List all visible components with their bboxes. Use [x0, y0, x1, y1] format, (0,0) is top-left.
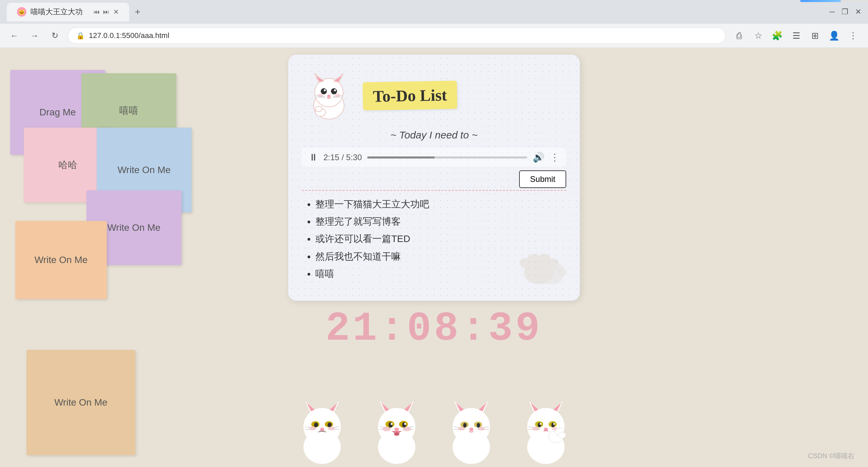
svg-point-35: [314, 423, 318, 427]
svg-point-28: [303, 408, 341, 445]
media-prev-icon[interactable]: ⏮: [94, 8, 100, 16]
audio-progress-fill: [367, 156, 434, 158]
svg-point-63: [403, 427, 411, 431]
todo-title: To-Do List: [362, 80, 457, 110]
cat-character-3: [437, 396, 505, 464]
menu-button[interactable]: ⋮: [845, 27, 861, 44]
bookmark-button[interactable]: ☆: [750, 27, 766, 44]
clock-display: 21:08:39: [326, 306, 542, 352]
svg-point-6: [321, 88, 327, 94]
browser-chrome: 🐱 喵喵大王立大功 ⏮ ⏭ ✕ + ─ ❐ ✕ ← → ↻ 🔒 127.0.0.…: [0, 0, 868, 48]
svg-point-80: [478, 427, 485, 431]
audio-more-button[interactable]: ⋮: [550, 152, 559, 163]
extensions-button[interactable]: 🧩: [769, 27, 785, 44]
minimize-button[interactable]: ─: [829, 7, 835, 16]
todo-header: To-Do List: [302, 68, 566, 123]
svg-point-55: [404, 423, 406, 425]
sticky-note-n12[interactable]: Write On Me: [26, 350, 135, 455]
back-button[interactable]: ←: [7, 28, 22, 43]
svg-point-74: [469, 428, 473, 431]
active-tab[interactable]: 🐱 喵喵大王立大功 ⏮ ⏭ ✕: [7, 3, 129, 21]
svg-point-42: [309, 426, 316, 430]
svg-point-57: [394, 432, 399, 436]
nav-actions: ⎙ ☆ 🧩 ☰ ⊞ 👤 ⋮: [731, 27, 861, 44]
tab-favicon: 🐱: [17, 7, 26, 17]
svg-point-56: [394, 428, 399, 431]
svg-point-9: [334, 89, 336, 91]
forward-button[interactable]: →: [27, 28, 42, 43]
lock-icon: 🔒: [76, 32, 85, 40]
audio-progress-bar[interactable]: [367, 156, 527, 158]
audio-player: ⏸ 2:15 / 5:30 🔊 ⋮: [302, 148, 566, 167]
svg-point-91: [540, 423, 541, 425]
svg-point-54: [391, 423, 393, 425]
cat-character-1: [288, 396, 356, 464]
nav-bar: ← → ↻ 🔒 127.0.0.1:5500/aaa.html ⎙ ☆ 🧩 ☰ …: [0, 24, 868, 48]
audio-volume-button[interactable]: 🔊: [533, 152, 545, 163]
svg-point-18: [335, 94, 340, 97]
profile-button[interactable]: 👤: [826, 27, 842, 44]
todo-list-item: 整理一下猫猫大王立大功吧: [315, 198, 566, 211]
url-text: 127.0.0.1:5500/aaa.html: [89, 31, 169, 40]
cat-character-2: [363, 396, 431, 464]
reading-list-button[interactable]: ☰: [788, 27, 804, 44]
svg-point-43: [328, 426, 335, 430]
share-button[interactable]: ⎙: [731, 27, 747, 44]
svg-point-7: [331, 88, 337, 94]
tab-close-button[interactable]: ✕: [113, 8, 119, 16]
svg-line-14: [333, 97, 342, 97]
tab-bar: 🐱 喵喵大王立大功 ⏮ ⏭ ✕ + ─ ❐ ✕: [0, 0, 868, 24]
svg-point-17: [318, 94, 323, 97]
svg-point-16: [315, 106, 322, 112]
new-tab-button[interactable]: +: [129, 3, 146, 20]
todo-input-area: Submit: [302, 174, 566, 191]
audio-play-pause-button[interactable]: ⏸: [309, 152, 318, 163]
cats-row: [288, 396, 580, 464]
todo-list-item: 整理完了就写写博客: [315, 215, 566, 228]
refresh-button[interactable]: ↻: [47, 28, 62, 43]
loading-bar: [800, 0, 868, 2]
svg-point-96: [558, 432, 566, 438]
sticky-note-n6[interactable]: Write On Me: [15, 221, 107, 299]
media-next-icon[interactable]: ⏭: [103, 8, 109, 16]
watermark: CSDN ©喵喵右: [808, 451, 854, 461]
svg-point-72: [463, 423, 467, 428]
svg-point-73: [477, 423, 480, 428]
todo-subtitle: ~ Today I need to ~: [302, 129, 566, 141]
page-content: Drag Me嘻嘻哈哈Write On MeWrite On MeWrite O…: [0, 48, 868, 467]
paw-decoration: [512, 243, 566, 291]
svg-point-65: [453, 408, 490, 445]
sidebar-button[interactable]: ⊞: [807, 27, 823, 44]
svg-point-45: [378, 408, 415, 445]
svg-point-92: [553, 423, 555, 425]
svg-point-10: [327, 95, 331, 97]
audio-time: 2:15 / 5:30: [323, 153, 362, 162]
restore-button[interactable]: ❐: [842, 7, 848, 16]
svg-point-100: [552, 427, 557, 430]
svg-point-99: [532, 427, 539, 431]
svg-point-79: [458, 427, 465, 431]
tab-title: 喵喵大王立大功: [31, 7, 83, 17]
cat-character-4: [512, 396, 580, 464]
todo-card: To-Do List ~ Today I need to ~ ⏸ 2:15 / …: [288, 55, 580, 301]
close-window-button[interactable]: ✕: [855, 7, 861, 16]
svg-line-12: [315, 97, 325, 97]
svg-point-62: [382, 427, 391, 431]
submit-button[interactable]: Submit: [519, 170, 566, 188]
svg-point-8: [324, 89, 326, 91]
cat-illustration: [302, 68, 356, 123]
address-bar[interactable]: 🔒 127.0.0.1:5500/aaa.html: [68, 27, 726, 44]
